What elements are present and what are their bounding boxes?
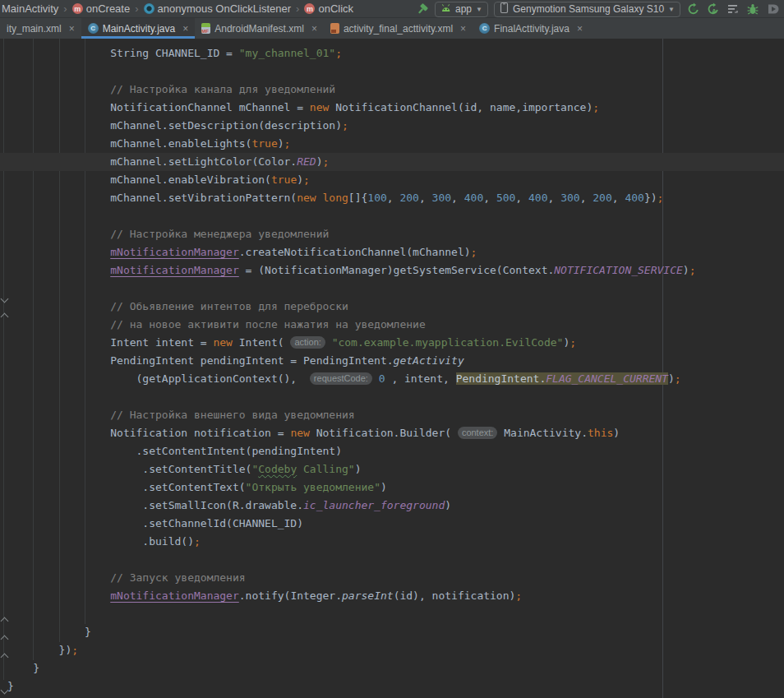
close-icon[interactable]: × (577, 24, 583, 34)
navigation-bar: MainActivity›monCreate›anonymous OnClick… (0, 0, 784, 18)
code-segment: ; (335, 47, 342, 59)
code-segment: parseInt (342, 589, 394, 602)
code-line[interactable]: // Настройка внешнего вида уведомления (7, 406, 784, 424)
code-segment: ; (657, 192, 664, 204)
tab-MainActivity.java[interactable]: CMainActivity.java× (81, 18, 196, 39)
code-line[interactable]: // на новое активити после нажатия на ув… (7, 316, 784, 334)
code-segment: ) (278, 137, 284, 150)
chevron-down-icon: ▼ (476, 6, 482, 13)
close-icon[interactable]: × (311, 24, 317, 34)
code-segment: , (387, 192, 400, 204)
code-segment: true (251, 137, 277, 150)
code-segment: PendingIntent. (456, 372, 546, 385)
code-line[interactable]: }); (7, 641, 784, 659)
code-segment: new (290, 427, 309, 439)
profiler-icon[interactable] (765, 2, 779, 16)
close-icon[interactable]: × (69, 24, 75, 34)
code-line-current[interactable]: mChannel.setLightColor(Color.RED); (0, 153, 784, 171)
code-area[interactable]: String CHANNEL_ID = "my_channel_01"; // … (7, 44, 784, 696)
code-segment: 500 (496, 192, 515, 204)
code-segment: "my_channel_01" (239, 47, 335, 59)
parameter-hint: requestCode: (310, 372, 372, 385)
code-line[interactable]: mChannel.setDescription(description); (7, 117, 784, 135)
code-line[interactable] (7, 280, 784, 298)
code-line[interactable] (7, 605, 784, 623)
code-line[interactable]: String CHANNEL_ID = "my_channel_01"; (7, 44, 784, 62)
breadcrumb-item[interactable]: monClick (304, 2, 353, 15)
code-segment: FLAG_CANCEL_CURRENT (546, 372, 668, 385)
code-segment: ) (297, 173, 303, 186)
code-line[interactable]: .setChannelId(CHANNEL_ID) (7, 515, 784, 533)
build-hammer-icon[interactable] (415, 2, 429, 16)
close-icon[interactable]: × (182, 24, 188, 34)
rerun-icon[interactable] (686, 2, 700, 16)
code-segment: .createNotificationChannel(mChannel) (239, 246, 471, 258)
code-line[interactable]: .setContentText("Открыть уведомление") (7, 478, 784, 497)
tab-FinalActtivity.java[interactable]: CFinalActtivity.java× (473, 18, 589, 39)
android-icon (440, 3, 451, 15)
tab-ity_main.xml[interactable]: ity_main.xml× (0, 18, 81, 39)
code-segment: (id), notification) (394, 589, 516, 602)
code-line[interactable]: mChannel.setVibrationPattern(new long[]{… (7, 189, 784, 207)
code-segment: Intent intent = (7, 336, 213, 349)
code-line[interactable]: Notification notification = new Notifica… (7, 424, 784, 442)
code-line[interactable]: .build(); (7, 533, 784, 551)
xml-file-icon (330, 23, 339, 34)
code-segment: ; (593, 101, 599, 113)
apply-changes-icon[interactable]: A (706, 2, 720, 16)
tab-activity_final_acttivity.xml[interactable]: activity_final_acttivity.xml× (324, 18, 473, 39)
code-segment: // Настройка менеджера уведомлений (7, 228, 329, 240)
code-segment: .setSmallIcon(R.drawable. (7, 499, 303, 511)
code-segment (316, 192, 323, 204)
code-segment: , (580, 192, 593, 204)
code-line[interactable] (7, 62, 784, 81)
code-line[interactable]: .setContentIntent(pendingIntent) (7, 442, 784, 460)
breadcrumb-separator: › (135, 2, 138, 15)
code-line[interactable]: // Обьявление интентов для переброски (7, 298, 784, 316)
code-line[interactable]: PendingIntent pendingIntent = PendingInt… (7, 352, 784, 370)
breadcrumb-item[interactable]: MainActivity (2, 2, 58, 15)
code-line[interactable]: (getApplicationContext(), requestCode: 0… (7, 370, 784, 388)
code-segment: } (7, 626, 91, 638)
code-line[interactable]: mNotificationManager = (NotificationMana… (7, 261, 784, 280)
code-line[interactable]: mChannel.enableVibration(true); (7, 171, 784, 189)
code-line[interactable]: // Запуск уведомления (7, 569, 784, 587)
code-line[interactable] (7, 551, 784, 569)
close-icon[interactable]: × (460, 24, 466, 34)
apply-code-changes-icon[interactable] (726, 2, 740, 16)
code-line[interactable]: mChannel.enableLights(true); (7, 135, 784, 153)
code-segment: .setContentTitle( (7, 463, 251, 475)
code-line[interactable]: } (7, 659, 784, 677)
chevron-down-icon: ▼ (668, 6, 675, 13)
breadcrumb-item[interactable]: monCreate (72, 2, 130, 15)
code-segment: mNotificationManager (110, 246, 239, 258)
code-segment: .notify(Integer. (239, 589, 342, 602)
code-segment: ) (668, 372, 675, 385)
manifest-file-icon (201, 23, 210, 34)
code-line[interactable] (7, 207, 784, 225)
code-line[interactable]: mNotificationManager.notify(Integer.pars… (7, 587, 784, 605)
tab-label: AndroidManifest.xml (214, 23, 304, 35)
breadcrumb-item[interactable]: anonymous OnClickListener (144, 2, 292, 15)
code-segment: ; (675, 372, 681, 385)
device-select[interactable]: Genymotion Samsung Galaxy S10 ▼ (494, 2, 680, 17)
code-line[interactable]: // Настройка канала для уведомлений (7, 81, 784, 99)
code-segment: mChannel.enableLights( (7, 137, 251, 150)
code-line[interactable]: // Настройка менеджера уведомлений (7, 225, 784, 243)
code-line[interactable]: .setSmallIcon(R.drawable.ic_launcher_for… (7, 497, 784, 515)
code-line[interactable]: mNotificationManager.createNotificationC… (7, 243, 784, 261)
code-line[interactable] (7, 388, 784, 406)
tab-AndroidManifest.xml[interactable]: AndroidManifest.xml× (195, 18, 324, 39)
code-line[interactable]: NotificationChannel mChannel = new Notif… (7, 99, 784, 117)
code-line[interactable]: Intent intent = new Intent( action: "com… (7, 334, 784, 352)
run-config-select[interactable]: app ▼ (435, 2, 488, 17)
code-segment: this (588, 427, 613, 439)
editor[interactable]: String CHANNEL_ID = "my_channel_01"; // … (0, 39, 784, 698)
code-line[interactable]: } (7, 623, 784, 641)
debug-bug-icon[interactable] (745, 2, 759, 16)
code-segment: String CHANNEL_ID = (7, 47, 239, 59)
code-line[interactable]: } (7, 677, 784, 696)
code-segment: 400 (528, 192, 547, 204)
code-segment: ; (342, 119, 348, 132)
code-line[interactable]: .setContentTitle("Codeby Calling") (7, 460, 784, 478)
